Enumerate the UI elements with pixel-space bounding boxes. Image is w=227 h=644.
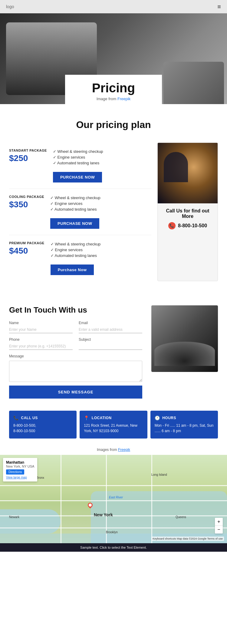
freepik-link-bottom[interactable]: Freepik [118,448,130,452]
phone-icon: 📞 [168,222,176,229]
package-features-standard: Wheel & steering checkup Engine services… [53,149,103,166]
phone-input[interactable] [9,343,73,350]
form-field-subject: Subject [79,337,142,350]
subject-label: Subject [79,337,142,342]
menu-button[interactable]: ≡ [217,3,221,10]
map-road-h3 [0,515,227,516]
map-overlay-sub: New York, NY USA [6,465,34,468]
package-details-standard: Wheel & steering checkup Engine services… [53,149,103,182]
form-field-phone: Phone [9,337,73,350]
contact-section: Get In Touch With us Name Email Phone Su… [0,293,227,411]
form-row-name-email: Name Email [9,321,142,333]
map-label-water: East River [109,496,123,499]
pricing-card-image-inner [158,143,218,203]
map-road-v1 [61,455,61,552]
map-water-west [0,509,61,534]
purchase-button-cooling[interactable]: PURCHASE NOW [50,218,99,229]
freepik-link[interactable]: Freepik [117,97,130,101]
pricing-packages: STANDART PACKAGE $250 Wheel & steering c… [9,143,151,281]
subject-input[interactable] [79,343,142,350]
phone-number: 8-800-10-500 [178,223,207,228]
message-textarea[interactable] [9,361,142,382]
map-label-newyork: New York [94,512,113,517]
map-label-area2: Long Island [151,473,167,476]
package-price-standard: $250 [9,153,47,163]
package-details-premium: Wheel & steering checkup Engine services… [51,241,101,275]
email-input[interactable] [79,326,142,333]
feature-item: Automated testing lanes [51,253,101,258]
feature-item: Engine services [53,154,103,160]
view-large-map-link[interactable]: View large map [6,476,34,479]
map-section[interactable]: Manhattan Long Island New York East Rive… [0,455,227,552]
purchase-button-premium[interactable]: Purchase Now [51,264,94,275]
info-card-call-header: 📞 CALL US [13,416,72,420]
zoom-in-button[interactable]: + [215,518,223,526]
package-left-standard: STANDART PACKAGE $250 [9,149,47,163]
info-card-hours-header: 🕐 HOURS [155,416,214,420]
map-label-newark: Newark [9,515,19,519]
map-zoom-controls: + − [215,518,223,534]
hero-title: Pricing [83,81,144,95]
call-text: 8-800-10-500, 8-800-10-500 [13,423,72,434]
info-cards: 📞 CALL US 8-800-10-500, 8-800-10-500 📍 L… [0,411,227,445]
logo: logo [6,4,14,9]
name-input[interactable] [9,326,73,333]
hero-subtitle: Image from Freepik [83,97,144,101]
package-features-cooling: Wheel & steering checkup Engine services… [50,195,100,212]
package-name-premium: PREMIUM PACKAGE [9,241,44,245]
map-road-h1 [0,485,227,486]
hero-section: Pricing Image from Freepik [0,13,227,104]
feature-item: Engine services [51,247,101,253]
package-row-cooling: COOLING PACKAGE $350 Wheel & steering ch… [9,189,151,235]
pricing-card-cta: Call Us for find out More [163,208,213,219]
contact-title: Get In Touch With us [9,305,142,315]
hours-title: HOURS [162,416,176,420]
call-title: CALL US [21,416,38,420]
map-road-h2 [0,500,227,501]
info-card-hours: 🕐 HOURS Mon - Fri ..... 11 am - 8 pm, Sa… [150,411,218,439]
pricing-title: Our pricing plan [9,119,218,130]
images-attribution: Images from Freepik [0,445,227,455]
pricing-card-phone: 📞 8-800-10-500 [163,222,213,229]
pricing-contact-card: Call Us for find out More 📞 8-800-10-500 [157,143,218,281]
phone-label: Phone [9,337,73,342]
feature-item: Wheel & steering checkup [51,241,101,247]
message-label: Message [9,354,142,358]
form-field-message: Message [9,354,142,382]
purchase-button-standard[interactable]: PURCHASE NOW [53,172,102,182]
location-icon: 📍 [84,416,89,420]
zoom-out-button[interactable]: − [215,526,223,534]
pricing-card-body: Call Us for find out More 📞 8-800-10-500 [158,203,218,234]
name-label: Name [9,321,73,325]
header: logo ≡ [0,0,227,13]
form-field-name: Name [9,321,73,333]
package-features-premium: Wheel & steering checkup Engine services… [51,241,101,258]
send-message-button[interactable]: SEND MESSAGE [9,386,142,399]
hours-text: Mon - Fri ..... 11 am - 8 pm, Sat, Sun .… [155,423,214,434]
package-price-premium: $450 [9,246,44,256]
pricing-section: Our pricing plan STANDART PACKAGE $250 W… [0,104,227,293]
call-number-2: 8-800-10-500 [13,428,72,434]
map-label-bronx: Bronx [36,476,44,479]
map-bottom-bar[interactable]: Sample text. Click to select the Text El… [0,543,227,552]
contact-form: Get In Touch With us Name Email Phone Su… [9,305,142,399]
map-label-brooklyn: Brooklyn [106,531,118,534]
contact-image [151,305,218,372]
directions-button[interactable]: Directions [6,469,24,475]
hours-icon: 🕐 [155,416,160,420]
map-road-v2 [106,455,107,552]
map-overlay: Manhattan New York, NY USA Directions Vi… [3,458,37,481]
location-title: LOCATION [92,416,112,420]
location-text: 121 Rock Sreet, 21 Avenue, New York, NY … [84,423,143,434]
call-number-1: 8-800-10-500, [13,423,72,428]
pricing-content: STANDART PACKAGE $250 Wheel & steering c… [9,143,218,281]
package-name-cooling: COOLING PACKAGE [9,195,44,199]
feature-item: Automated testing lanes [50,206,100,212]
feature-item: Wheel & steering checkup [53,149,103,154]
info-card-call: 📞 CALL US 8-800-10-500, 8-800-10-500 [9,411,77,439]
package-left-premium: PREMIUM PACKAGE $450 [9,241,44,256]
call-icon: 📞 [13,416,19,420]
map-attribution: Keyboard shortcuts Map data ©2024 Google… [151,537,224,541]
map-overlay-title: Manhattan [6,460,34,465]
package-name-standard: STANDART PACKAGE [9,149,47,152]
